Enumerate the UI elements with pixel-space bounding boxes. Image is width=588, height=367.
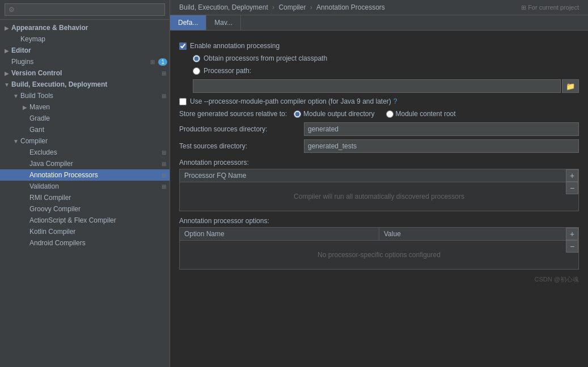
sidebar-item-editor[interactable]: ▶Editor — [0, 45, 170, 56]
processor-path-radio[interactable] — [193, 67, 200, 75]
use-processor-module-path-label: Use --processor-module-path compiler opt… — [190, 97, 391, 105]
enable-annotation-label: Enable annotation processing — [190, 42, 280, 50]
tree-arrow-appearance: ▶ — [2, 25, 11, 31]
tree-arrow-compiler: ▼ — [11, 138, 20, 144]
production-sources-input[interactable]: generated — [304, 122, 579, 136]
help-icon[interactable]: ? — [394, 97, 397, 105]
sidebar-label-plugins: Plugins — [11, 58, 150, 66]
sidebar-item-build-tools[interactable]: ▼Build Tools⊞ — [0, 90, 170, 101]
sidebar-label-android-compilers: Android Compilers — [29, 239, 170, 247]
search-bar — [0, 0, 170, 20]
obtain-from-classpath-radio[interactable] — [193, 55, 200, 62]
sidebar-label-validation: Validation — [29, 182, 162, 190]
sidebar-label-version-control: Version Control — [11, 69, 162, 77]
sidebar-icon-annotation-processors: ⊞ — [162, 172, 166, 178]
test-sources-label: Test sources directory: — [179, 142, 304, 150]
enable-annotation-checkbox[interactable] — [179, 42, 187, 50]
sidebar-item-validation[interactable]: Validation⊞ — [0, 181, 170, 192]
sidebar-label-build-exec-deploy: Build, Execution, Deployment — [11, 80, 170, 88]
sidebar-item-build-exec-deploy[interactable]: ▼Build, Execution, Deployment — [0, 79, 170, 90]
module-output-dir-radio[interactable] — [294, 110, 301, 118]
store-generated-sources-label: Store generated sources relative to: — [179, 110, 287, 118]
sidebar-label-compiler: Compiler — [20, 137, 170, 145]
sidebar-item-gradle[interactable]: Gradle — [0, 113, 170, 124]
search-input[interactable] — [5, 3, 165, 16]
sidebar-icon-java-compiler: ⊞ — [162, 161, 166, 167]
annotation-processor-options-title: Annotation processor options: — [179, 217, 579, 225]
sidebar-icon-build-tools: ⊞ — [162, 93, 166, 99]
annotation-processors-section: Annotation processors: Processor FQ Name… — [179, 159, 579, 211]
module-output-dir-option: Module output directory — [294, 110, 374, 118]
sidebar-label-groovy-compiler: Groovy Compiler — [29, 205, 170, 213]
sidebar-item-rmi-compiler[interactable]: RMI Compiler — [0, 192, 170, 203]
annotation-processors-add-button[interactable]: + — [566, 169, 578, 182]
value-col: Value — [379, 228, 578, 240]
annotation-processor-options-table-header: Option Name Value — [180, 228, 578, 241]
sidebar-item-maven[interactable]: ▶Maven — [0, 101, 170, 113]
sidebar-item-groovy-compiler[interactable]: Groovy Compiler — [0, 203, 170, 215]
production-sources-label: Production sources directory: — [179, 125, 304, 133]
production-sources-row: Production sources directory: generated — [179, 122, 579, 136]
sidebar-item-plugins[interactable]: Plugins⊞1 — [0, 56, 170, 67]
annotation-processors-col-fqname: Processor FQ Name — [180, 169, 578, 182]
sidebar-item-kotlin-compiler[interactable]: Kotlin Compiler — [0, 226, 170, 237]
annotation-processors-table-body: Compiler will run all automatically disc… — [180, 182, 578, 211]
module-content-root-label: Module content root — [396, 110, 456, 118]
sidebar-label-excludes: Excludes — [29, 148, 162, 156]
breadcrumb-part-1: Compiler — [278, 3, 306, 11]
processor-path-row: Processor path: — [193, 67, 579, 75]
sidebar-label-rmi-compiler: RMI Compiler — [29, 194, 170, 202]
module-content-root-option: Module content root — [386, 110, 456, 118]
processor-path-browse-button[interactable]: 📁 — [562, 79, 579, 93]
sidebar-label-keymap: Keymap — [20, 35, 170, 43]
use-processor-module-path-checkbox[interactable] — [179, 98, 187, 105]
tree-arrow-build-exec-deploy: ▼ — [2, 82, 11, 88]
tree-arrow-editor: ▶ — [2, 48, 11, 54]
annotation-processors-empty-text: Compiler will run all automatically disc… — [287, 186, 471, 207]
sidebar-item-version-control[interactable]: ▶Version Control⊞ — [0, 67, 170, 79]
sidebar-tree: ▶Appearance & BehaviorKeymap▶EditorPlugi… — [0, 20, 170, 367]
annotation-processor-options-add-button[interactable]: + — [566, 228, 578, 240]
sidebar-item-compiler[interactable]: ▼Compiler — [0, 135, 170, 147]
sidebar: ▶Appearance & BehaviorKeymap▶EditorPlugi… — [0, 0, 170, 367]
tab-default[interactable]: Defa... — [170, 15, 206, 30]
option-name-col: Option Name — [180, 228, 379, 240]
annotation-processors-table-actions: + − — [566, 169, 578, 194]
breadcrumb-sep-›: › — [308, 3, 314, 11]
sidebar-item-java-compiler[interactable]: Java Compiler⊞ — [0, 158, 170, 169]
sidebar-item-actionscript-compiler[interactable]: ActionScript & Flex Compiler — [0, 215, 170, 226]
sidebar-item-android-compilers[interactable]: Android Compilers — [0, 237, 170, 249]
sidebar-item-appearance[interactable]: ▶Appearance & Behavior — [0, 22, 170, 33]
annotation-processors-remove-button[interactable]: − — [566, 182, 578, 194]
sidebar-item-gant[interactable]: Gant — [0, 124, 170, 135]
annotation-processor-options-remove-button[interactable]: − — [566, 240, 578, 253]
annotation-processors-table: Processor FQ Name Compiler will run all … — [179, 169, 579, 211]
test-sources-input[interactable]: generated_tests — [304, 139, 579, 153]
sidebar-label-build-tools: Build Tools — [20, 92, 162, 100]
sidebar-badge-plugins: 1 — [158, 58, 167, 66]
annotation-processors-title: Annotation processors: — [179, 159, 579, 167]
sidebar-item-excludes[interactable]: Excludes⊞ — [0, 147, 170, 158]
processor-path-input-row: 📁 — [193, 79, 579, 93]
sidebar-item-annotation-processors[interactable]: Annotation Processors⊞ — [0, 169, 170, 181]
store-generated-sources-row: Store generated sources relative to: Mod… — [179, 110, 579, 118]
annotation-processor-options-empty-text: No processor-specific options configured — [311, 244, 447, 266]
use-processor-module-path-row: Use --processor-module-path compiler opt… — [179, 97, 579, 105]
enable-annotation-row: Enable annotation processing — [179, 42, 579, 50]
sidebar-item-keymap[interactable]: Keymap — [0, 33, 170, 45]
module-content-root-radio[interactable] — [386, 110, 394, 118]
breadcrumb-sep-›: › — [270, 3, 277, 11]
watermark: CSDN @初心魂 — [179, 275, 579, 284]
sidebar-label-kotlin-compiler: Kotlin Compiler — [29, 228, 170, 236]
tree-arrow-version-control: ▶ — [2, 70, 11, 76]
processor-path-input[interactable] — [193, 79, 561, 93]
test-sources-row: Test sources directory: generated_tests — [179, 139, 579, 153]
sidebar-label-annotation-processors: Annotation Processors — [29, 171, 162, 179]
sidebar-icon-validation: ⊞ — [162, 184, 166, 190]
sidebar-label-java-compiler: Java Compiler — [29, 160, 162, 168]
breadcrumb-bar: Build, Execution, Deployment › Compiler … — [170, 0, 588, 15]
sidebar-label-maven: Maven — [29, 103, 170, 111]
tree-arrow-maven: ▶ — [20, 104, 29, 110]
tab-maven[interactable]: Mav... — [206, 15, 241, 30]
breadcrumb-part-0: Build, Execution, Deployment — [179, 3, 268, 11]
